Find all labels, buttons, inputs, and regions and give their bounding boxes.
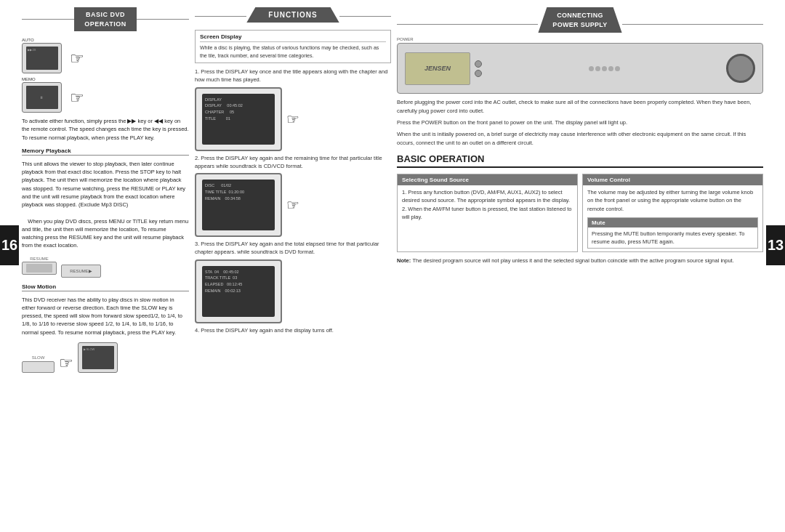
auto-tv-monitor: ▶▶ 2X [22,43,62,73]
conn-line-left [397,24,538,25]
slow-tv-monitor: ▶ SLOW [78,342,118,373]
receiver-btn-group-1 [475,60,482,77]
slow-button-section: SLOW [22,355,55,373]
hand-icon-memo: ☞ [70,89,84,108]
selecting-sound-box: Selecting Sound Source 1. Press any func… [397,174,578,252]
rec-btn-1 [475,60,482,68]
auto-tv-text: ▶▶ 2X [26,47,58,54]
mute-title: Mute [588,218,757,227]
rec-btn-small-1 [589,66,594,71]
connecting-header-wrapper: CONNECTING POWER SUPPLY [397,7,763,33]
note-section: Note: The desired program source will no… [397,257,763,265]
tv-monitor-1: DISPLAY DISPLAY 00:45:02 CHAPTER 05 TITL… [195,87,282,151]
functions-header: FUNCTIONS [246,7,339,23]
selecting-sound-text: 1. Press any function button (DVD, AM/FM… [402,188,573,221]
middle-column: FUNCTIONS Screen Display While a disc is… [195,7,391,525]
memo-section: MEMO ⏸ [22,76,65,113]
connect-text-2: Press the POWER button on the front pane… [397,118,763,127]
connecting-header: CONNECTING POWER SUPPLY [538,7,621,33]
tv-screen-2-text: DISC 01/02 TIME TITLE 01:20:00 REMAIN 00… [205,182,272,201]
page-number-right: 13 [766,225,785,265]
resume-button-section: RESUME [22,257,57,275]
mute-box: Mute Pressing the MUTE button temporaril… [587,217,758,249]
page-number-left: 16 [0,225,19,265]
slow-key-label: SLOW [32,355,45,360]
func-line-right [339,16,391,17]
memory-playback-text: This unit allows the viewer to stop play… [22,160,189,250]
resume-row: RESUME RESUME▶ [22,254,189,278]
resume-label-display: RESUME▶ [61,265,101,278]
rec-btn-2 [475,70,482,77]
functions-header-wrapper: FUNCTIONS [195,7,391,23]
resume-key-label: RESUME [30,257,49,261]
note-text: The desired program source will not play… [412,257,733,264]
func-line-left [195,16,246,17]
resume-button-inner [26,264,52,273]
note-label: Note: [397,257,411,264]
conn-line-right [622,24,763,25]
step1-text: 1. Press the DISPLAY key once and the ti… [195,68,391,84]
tv-screen-3-text: STA 04 00:45:02 TRACK TITLE 03 ELAPSED 0… [205,269,272,294]
screen-display-text: While a disc is playing, the status of v… [200,44,386,60]
auto-row: AUTO ▶▶ 2X ☞ [22,37,189,73]
auto-section: AUTO ▶▶ 2X [22,37,65,73]
tv2-row: DISC 01/02 TIME TITLE 01:20:00 REMAIN 00… [195,173,391,237]
receiver-volume-knob [726,54,755,83]
rec-btn-small-3 [602,66,607,71]
volume-control-text: The volume may be adjusted by either tur… [587,188,758,213]
volume-control-box: Volume Control The volume may be adjuste… [582,174,763,252]
slow-motion-text: This DVD receiver has the ability to pla… [22,296,189,336]
tv-screen-3: STA 04 00:45:02 TRACK TITLE 03 ELAPSED 0… [202,266,275,317]
hand-icon-slow: ☞ [59,354,73,373]
step3-text: 3. Press the DISPLAY key again and the t… [195,240,391,257]
left-column: BASIC DVD OPERATION AUTO ▶▶ 2X ☞ [22,7,189,525]
memo-row: MEMO ⏸ ☞ [22,76,189,113]
step2-text: 2. Press the DISPLAY key again and the r… [195,154,391,171]
power-label: POWER [397,37,763,41]
header-line-right [137,19,189,20]
auto-tv-screen: ▶▶ 2X [26,47,58,70]
tv3-row: STA 04 00:45:02 TRACK TITLE 03 ELAPSED 0… [195,259,391,323]
right-column: CONNECTING POWER SUPPLY POWER JENSEN [397,7,763,525]
memo-label: MEMO [22,77,65,81]
receiver-section: POWER JENSEN [397,37,763,94]
slow-button-img [22,361,55,373]
jensen-brand-label: JENSEN [424,65,451,72]
volume-control-title: Volume Control [583,174,762,185]
hand-icon-auto: ☞ [70,49,84,68]
slow-motion-title: Slow Motion [22,283,189,291]
header-line-left [22,19,74,20]
memo-tv-screen: ⏸ [26,86,58,109]
tv-screen-1-text: DISPLAY DISPLAY 00:45:02 CHAPTER 05 TITL… [205,97,272,122]
tv-monitor-3: STA 04 00:45:02 TRACK TITLE 03 ELAPSED 0… [195,259,282,323]
memory-playback-title: Memory Playback [22,148,189,156]
connect-text-3: When the unit is initially powered on, a… [397,130,763,148]
slow-tv-text: ▶ SLOW [82,346,114,352]
basic-op-grid: Selecting Sound Source 1. Press any func… [397,174,763,252]
step4-text: 4. Press the DISPLAY key again and the d… [195,326,391,334]
tv1-row: DISPLAY DISPLAY 00:45:02 CHAPTER 05 TITL… [195,87,391,151]
slow-tv-screen: ▶ SLOW [82,346,114,369]
resume-button-img [22,262,57,275]
hand-icon-tv2: ☞ [286,196,299,214]
auto-label: AUTO [22,38,65,42]
mute-text: Pressing the MUTE button temporarily mut… [592,230,754,246]
receiver-btn-group-2 [486,66,722,71]
memo-tv-monitor: ⏸ [22,82,62,113]
receiver-body: JENSEN [397,43,763,94]
basic-operation-title: BASIC OPERATION [397,153,763,168]
dvd-header-wrapper: BASIC DVD OPERATION [22,7,189,31]
tv-screen-1: DISPLAY DISPLAY 00:45:02 CHAPTER 05 TITL… [202,94,275,145]
rec-btn-small-2 [595,66,600,71]
rec-btn-small-4 [608,66,613,71]
screen-display-title: Screen Display [200,33,386,42]
dvd-operation-header: BASIC DVD OPERATION [74,7,136,31]
screen-display-box: Screen Display While a disc is playing, … [195,30,391,63]
connect-text-1: Before plugging the power cord into the … [397,98,763,116]
hand-icon-tv1: ☞ [286,110,299,128]
rec-btn-small-5 [615,66,620,71]
receiver-display: JENSEN [405,52,470,85]
intro-text: To activate either function, simply pres… [22,117,189,142]
memo-tv-icon: ⏸ [40,95,44,100]
tv-screen-2: DISC 01/02 TIME TITLE 01:20:00 REMAIN 00… [202,180,275,230]
